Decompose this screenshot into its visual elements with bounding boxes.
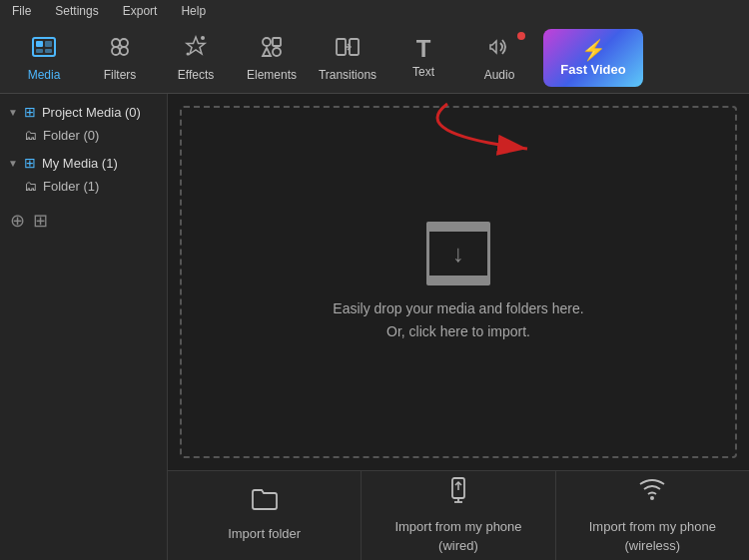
main-area: ▼ ⊞ Project Media (0) 🗂 Folder (0) ▼ ⊞ M… xyxy=(0,94,749,560)
sidebar: ▼ ⊞ Project Media (0) 🗂 Folder (0) ▼ ⊞ M… xyxy=(0,94,168,560)
my-media-sub: 🗂 Folder (1) xyxy=(0,175,167,198)
audio-badge xyxy=(517,32,525,40)
svg-rect-14 xyxy=(273,48,281,56)
effects-icon xyxy=(183,34,209,64)
import-phone-wireless-icon xyxy=(636,476,668,510)
svg-marker-13 xyxy=(263,48,271,56)
menu-help[interactable]: Help xyxy=(177,2,210,20)
content-area: ↓ Easily drop your media and folders her… xyxy=(168,94,749,560)
svg-rect-3 xyxy=(36,49,43,53)
toolbar-media[interactable]: Media xyxy=(8,26,80,90)
film-icon: ↓ xyxy=(426,222,490,285)
my-media-arrow: ▼ xyxy=(8,158,18,169)
svg-point-5 xyxy=(112,39,120,47)
svg-point-9 xyxy=(201,36,205,40)
filters-icon xyxy=(107,34,133,64)
import-folder-button[interactable]: Import folder xyxy=(168,471,362,560)
fast-video-button[interactable]: ⚡ Fast Video xyxy=(543,29,643,87)
fast-video-label: Fast Video xyxy=(560,62,626,77)
project-folder-label: Folder (0) xyxy=(43,128,99,143)
filters-label: Filters xyxy=(104,68,137,82)
toolbar-effects[interactable]: Effects xyxy=(160,26,232,90)
my-folder-label: Folder (1) xyxy=(43,179,99,194)
audio-icon xyxy=(486,34,512,64)
menu-settings[interactable]: Settings xyxy=(51,2,102,20)
toolbar-transitions[interactable]: Transitions xyxy=(312,26,383,90)
toolbar-elements[interactable]: Elements xyxy=(236,26,308,90)
svg-rect-4 xyxy=(45,49,52,53)
my-media-label: My Media (1) xyxy=(42,156,118,171)
project-media-sub: 🗂 Folder (0) xyxy=(0,124,167,147)
drop-zone[interactable]: ↓ Easily drop your media and folders her… xyxy=(180,106,737,458)
media-label: Media xyxy=(28,68,61,82)
import-phone-wireless-label: Import from my phone(wireless) xyxy=(589,518,716,554)
svg-point-8 xyxy=(120,47,128,55)
toolbar: Media Filters Effects xyxy=(0,22,749,94)
text-icon: T xyxy=(416,37,431,61)
media-icon xyxy=(31,34,57,64)
text-label: Text xyxy=(412,65,434,79)
svg-point-11 xyxy=(263,38,271,46)
import-phone-wired-label: Import from my phone(wired) xyxy=(394,518,521,554)
toolbar-text[interactable]: T Text xyxy=(387,26,459,90)
my-folder-icon: 🗂 xyxy=(24,179,37,194)
project-media-arrow: ▼ xyxy=(8,107,18,118)
svg-point-7 xyxy=(112,47,120,55)
toolbar-filters[interactable]: Filters xyxy=(84,26,156,90)
svg-rect-15 xyxy=(337,39,346,55)
menu-export[interactable]: Export xyxy=(119,2,162,20)
svg-rect-12 xyxy=(273,38,281,46)
import-phone-wired-button[interactable]: Import from my phone(wired) xyxy=(362,471,555,560)
drop-zone-line2: Or, click here to import. xyxy=(333,320,583,342)
sidebar-my-folder[interactable]: 🗂 Folder (1) xyxy=(16,175,167,198)
sidebar-project-folder[interactable]: 🗂 Folder (0) xyxy=(16,124,167,147)
svg-rect-1 xyxy=(36,41,43,47)
svg-point-6 xyxy=(120,39,128,47)
project-media-label: Project Media (0) xyxy=(42,105,141,120)
my-media-grid-icon: ⊞ xyxy=(24,155,36,171)
project-folder-icon: 🗂 xyxy=(24,128,37,143)
import-buttons: Import folder Import from my phone(wired… xyxy=(168,470,749,560)
import-folder-label: Import folder xyxy=(228,525,301,543)
sidebar-project-media[interactable]: ▼ ⊞ Project Media (0) xyxy=(0,100,167,124)
svg-rect-2 xyxy=(45,41,52,47)
import-phone-wired-icon xyxy=(444,476,472,510)
audio-label: Audio xyxy=(484,68,515,82)
sidebar-my-media[interactable]: ▼ ⊞ My Media (1) xyxy=(0,151,167,175)
elements-icon xyxy=(259,34,285,64)
toolbar-audio[interactable]: Audio xyxy=(463,26,535,90)
drop-zone-line1: Easily drop your media and folders here. xyxy=(333,297,583,319)
sidebar-bottom-icons: ⊕ ⊞ xyxy=(0,202,167,240)
grid-view-icon[interactable]: ⊞ xyxy=(33,210,48,232)
menu-bar: File Settings Export Help xyxy=(0,0,749,22)
import-phone-wireless-button[interactable]: Import from my phone(wireless) xyxy=(556,471,749,560)
add-icon[interactable]: ⊕ xyxy=(10,210,25,232)
transitions-icon xyxy=(335,34,361,64)
elements-label: Elements xyxy=(247,68,297,82)
svg-rect-0 xyxy=(33,38,55,56)
svg-point-10 xyxy=(187,52,190,55)
effects-label: Effects xyxy=(178,68,214,82)
svg-point-22 xyxy=(650,496,654,500)
drop-zone-text: Easily drop your media and folders here.… xyxy=(333,297,583,342)
menu-file[interactable]: File xyxy=(8,2,35,20)
project-media-grid-icon: ⊞ xyxy=(24,104,36,120)
transitions-label: Transitions xyxy=(319,68,376,82)
fast-video-icon: ⚡ xyxy=(581,38,606,62)
import-folder-icon xyxy=(251,487,279,517)
film-download-arrow: ↓ xyxy=(452,240,464,268)
